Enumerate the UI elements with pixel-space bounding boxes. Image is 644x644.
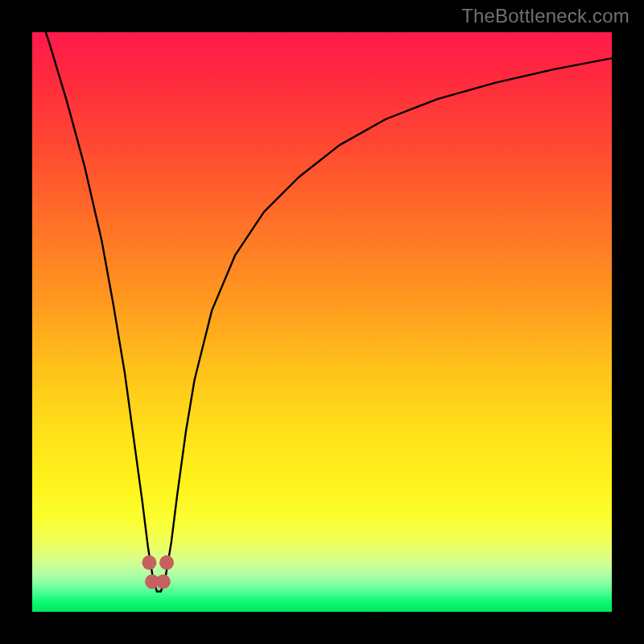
dot-right-upper bbox=[159, 555, 174, 570]
bottleneck-curve bbox=[32, 32, 612, 592]
chart-frame: TheBottleneck.com bbox=[0, 0, 644, 644]
chart-plot-area bbox=[32, 32, 612, 612]
chart-svg bbox=[32, 32, 612, 612]
watermark-text: TheBottleneck.com bbox=[461, 5, 630, 27]
dot-right-lower bbox=[156, 575, 171, 589]
minimum-markers bbox=[142, 555, 174, 589]
dot-left-upper bbox=[142, 555, 156, 570]
